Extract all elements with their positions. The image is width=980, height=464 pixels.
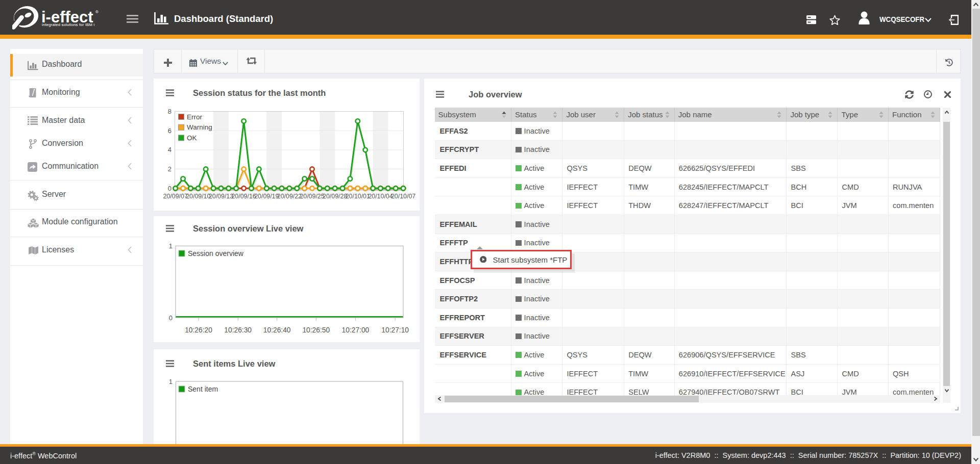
svg-text:Session overview: Session overview (188, 249, 244, 257)
svg-text:0: 0 (168, 185, 172, 192)
svg-text:20/09/25: 20/09/25 (300, 193, 324, 200)
svg-text:Warning: Warning (187, 123, 212, 131)
svg-text:Sent item: Sent item (188, 385, 218, 393)
svg-text:10:27:00: 10:27:00 (342, 326, 370, 334)
svg-text:20/09/19: 20/09/19 (254, 193, 279, 200)
svg-text:20/09/28: 20/09/28 (323, 193, 347, 200)
svg-text:10:26:30: 10:26:30 (224, 326, 252, 334)
svg-text:10:26:50: 10:26:50 (302, 326, 330, 334)
svg-text:2: 2 (168, 165, 172, 173)
svg-text:20/09/10: 20/09/10 (186, 193, 210, 200)
svg-text:20/09/07: 20/09/07 (163, 193, 188, 200)
svg-text:20/10/04: 20/10/04 (368, 193, 393, 200)
svg-text:10:26:20: 10:26:20 (185, 326, 212, 334)
svg-text:20/10/01: 20/10/01 (346, 193, 370, 200)
svg-text:20/10/07: 20/10/07 (391, 193, 415, 200)
svg-text:1: 1 (169, 242, 173, 250)
svg-text:6: 6 (168, 127, 172, 135)
svg-text:Error: Error (187, 113, 203, 121)
svg-text:4: 4 (168, 146, 172, 153)
svg-text:integrated solutions for IBM i: integrated solutions for IBM i (42, 22, 95, 27)
svg-text:0: 0 (169, 314, 173, 322)
svg-text:®: ® (95, 10, 99, 14)
svg-text:1: 1 (169, 378, 173, 385)
svg-text:10:27:10: 10:27:10 (381, 326, 409, 334)
svg-text:10:26:40: 10:26:40 (263, 326, 291, 334)
svg-text:8: 8 (168, 108, 172, 115)
svg-text:20/09/22: 20/09/22 (277, 193, 302, 200)
svg-text:20/09/16: 20/09/16 (231, 193, 256, 200)
svg-text:OK: OK (187, 134, 197, 142)
svg-text:20/09/13: 20/09/13 (209, 193, 233, 200)
